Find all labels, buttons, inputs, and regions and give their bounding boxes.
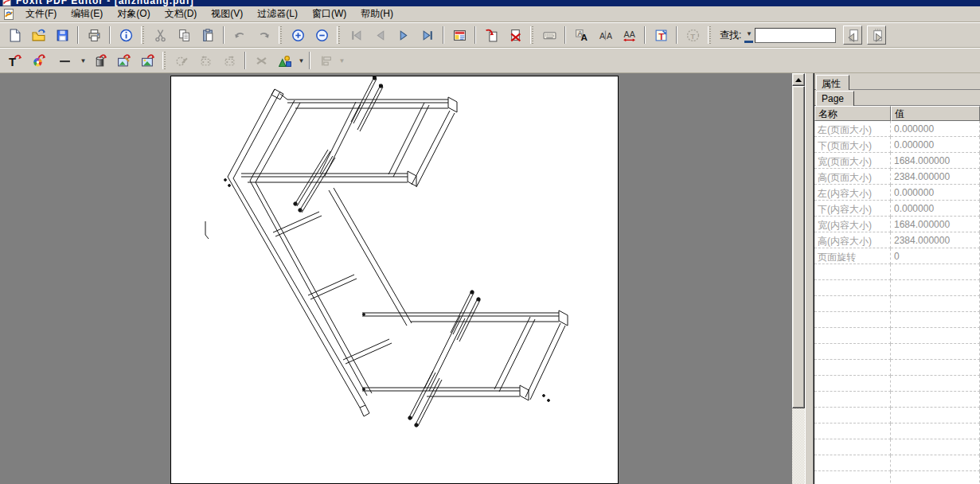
- property-value[interactable]: 0.000000: [891, 137, 980, 153]
- panel-tab-row: 属性: [814, 73, 980, 90]
- toolbar-gripper[interactable]: [530, 26, 534, 44]
- line-style-dropdown[interactable]: ▼: [79, 53, 88, 68]
- properties-panel: 属性 Page 名称 值 左(页面大小) 0.000000 下(页面大小) 0.…: [814, 73, 980, 484]
- property-name: 左(页面大小): [814, 121, 891, 137]
- keyboard-button[interactable]: [540, 25, 559, 45]
- font-embed-button[interactable]: AA: [572, 25, 591, 45]
- property-value[interactable]: 2384.000000: [891, 169, 980, 185]
- nudge-left-button[interactable]: [196, 51, 215, 70]
- scrollbar-thumb[interactable]: [792, 86, 805, 408]
- undo-button[interactable]: [230, 25, 249, 45]
- find-next-button[interactable]: [867, 25, 886, 45]
- toolbar-gripper[interactable]: [279, 26, 283, 44]
- scrollbar-track[interactable]: [792, 408, 805, 484]
- menu-item[interactable]: 文件(F): [18, 6, 64, 22]
- line-style-button[interactable]: [53, 51, 76, 70]
- last-page-button[interactable]: [418, 25, 437, 45]
- property-value[interactable]: 0.000000: [891, 185, 980, 201]
- add-shading-button[interactable]: [90, 51, 109, 70]
- menu-item[interactable]: 视图(V): [204, 6, 250, 22]
- zoom-in-button[interactable]: [288, 25, 307, 45]
- shapes-icon: [279, 54, 292, 68]
- toolbar-gripper[interactable]: [337, 26, 341, 44]
- document-info-button[interactable]: [116, 25, 135, 45]
- menu-item[interactable]: 窗口(W): [305, 6, 353, 22]
- property-row: 下(页面大小) 0.000000: [814, 137, 980, 153]
- menu-item[interactable]: 编辑(E): [64, 6, 110, 22]
- property-name: 页面旋转: [814, 248, 891, 264]
- property-row-empty: [814, 264, 980, 280]
- zoom-out-icon: [315, 29, 329, 42]
- add-text-object-button[interactable]: T: [5, 51, 24, 70]
- clone-object-button[interactable]: [172, 51, 191, 70]
- page-layout-button[interactable]: [450, 25, 469, 45]
- new-document-button[interactable]: [5, 25, 24, 45]
- add-color-object-button[interactable]: [29, 51, 48, 70]
- property-row-empty: [814, 408, 980, 424]
- nudge-right-button[interactable]: [220, 51, 239, 70]
- pdf-page-canvas[interactable]: [170, 76, 619, 484]
- property-value[interactable]: 0: [891, 248, 980, 264]
- first-page-button[interactable]: [346, 25, 365, 45]
- panel-splitter[interactable]: [805, 73, 814, 484]
- property-value[interactable]: 1684.000000: [891, 153, 980, 169]
- font-match-button[interactable]: AA: [595, 25, 615, 45]
- separator: [676, 26, 677, 44]
- separator: [223, 26, 225, 44]
- delete-object-button[interactable]: [252, 51, 271, 70]
- zoom-out-button[interactable]: [312, 25, 331, 45]
- add-shapes-dropdown[interactable]: ▼: [297, 53, 306, 68]
- edit-image-icon: [117, 54, 131, 68]
- insert-page-button[interactable]: [482, 25, 501, 45]
- workspace: 属性 Page 名称 值 左(页面大小) 0.000000 下(页面大小) 0.…: [0, 73, 980, 484]
- redo-button[interactable]: [254, 25, 273, 45]
- add-shapes-button[interactable]: [275, 51, 295, 70]
- find-input[interactable]: [755, 28, 836, 43]
- property-value[interactable]: 0.000000: [891, 201, 980, 217]
- toolbar-gripper[interactable]: [708, 26, 712, 44]
- next-page-button[interactable]: [394, 25, 413, 45]
- font-spacing-button[interactable]: AA: [619, 25, 638, 45]
- open-file-icon: [32, 29, 45, 42]
- menu-item[interactable]: 帮助(H): [353, 6, 400, 22]
- tab-page[interactable]: Page: [816, 91, 854, 106]
- text-cursor-mark: [205, 221, 209, 239]
- scroll-up-button[interactable]: [792, 73, 805, 86]
- delete-object-icon: [255, 54, 268, 68]
- toolbar-objects: T ▼ ▼ ▼: [0, 48, 980, 73]
- cut-button[interactable]: [150, 25, 170, 45]
- font-match-icon: AA: [599, 29, 612, 42]
- find-next-icon: [870, 29, 884, 42]
- align-objects-dropdown[interactable]: ▼: [338, 53, 346, 68]
- toolbar-gripper[interactable]: [141, 26, 145, 44]
- tab-properties[interactable]: 属性: [816, 75, 849, 90]
- property-row-empty: [814, 376, 980, 392]
- property-row: 宽(内容大小) 1684.000000: [814, 217, 980, 232]
- vertical-scrollbar[interactable]: [792, 73, 805, 484]
- open-file-button[interactable]: [29, 25, 48, 45]
- previous-page-button[interactable]: [370, 25, 389, 45]
- print-button[interactable]: [84, 25, 103, 45]
- svg-text:T: T: [690, 31, 695, 40]
- edit-image-button[interactable]: [114, 51, 133, 70]
- nudge-left-icon: [199, 54, 213, 68]
- shading-cylinder-icon: [93, 54, 107, 68]
- menu-item[interactable]: 文档(D): [158, 6, 205, 22]
- paste-button[interactable]: [198, 25, 217, 45]
- find-dropdown-button[interactable]: ▼: [744, 27, 753, 43]
- add-image-button[interactable]: [138, 51, 157, 70]
- property-value[interactable]: 2384.000000: [891, 232, 980, 248]
- toolbar-gripper[interactable]: [162, 52, 166, 69]
- property-value[interactable]: 0.000000: [891, 121, 980, 137]
- menu-item[interactable]: 过滤器(L): [250, 6, 305, 22]
- align-objects-button[interactable]: [316, 51, 335, 70]
- save-button[interactable]: [53, 25, 72, 45]
- find-previous-button[interactable]: [843, 25, 862, 45]
- property-value[interactable]: 1684.000000: [891, 217, 980, 232]
- text-circle-button[interactable]: T: [683, 25, 702, 45]
- insert-text-button[interactable]: T: [651, 25, 670, 45]
- delete-page-button[interactable]: [506, 25, 525, 45]
- menu-item[interactable]: 对象(O): [110, 6, 157, 22]
- svg-text:AA: AA: [623, 29, 635, 38]
- copy-button[interactable]: [174, 25, 193, 45]
